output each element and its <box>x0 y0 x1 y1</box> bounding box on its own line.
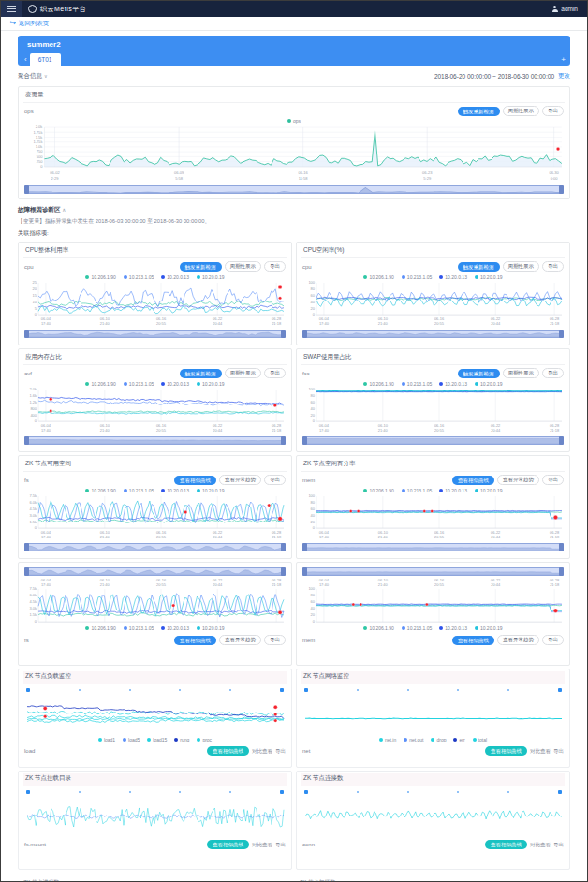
range-slider[interactable] <box>24 543 286 551</box>
periodic-button[interactable]: 周期性展示 <box>503 368 540 378</box>
export-link[interactable]: 导出 <box>553 842 564 848</box>
compare-link[interactable]: 对比查看 <box>252 748 272 755</box>
export-button[interactable]: 导出 <box>542 106 564 116</box>
similar-button[interactable]: 查看相似曲线 <box>207 840 249 849</box>
chart-canvas <box>301 694 565 735</box>
similar-button[interactable]: 查看相似曲线 <box>485 746 527 756</box>
compare-link[interactable]: 对比查看 <box>530 842 551 848</box>
similar-button[interactable]: 查看相似曲线 <box>174 476 216 485</box>
periodic-button[interactable]: 周期性展示 <box>225 261 262 272</box>
detect-button[interactable]: 触发重新检测 <box>458 369 500 378</box>
chart-legend: 10.206.1.9010.213.1.0510.20.0.1310.20.0.… <box>23 273 287 281</box>
chart-legend: 10.206.1.9010.213.1.0510.20.0.1310.20.0.… <box>301 487 565 494</box>
slider-handle-icon[interactable] <box>558 688 562 692</box>
export-button[interactable]: 导出 <box>542 261 564 272</box>
periodic-button[interactable]: 周期性展示 <box>225 368 262 378</box>
compare-link[interactable]: 对比查看 <box>252 842 272 848</box>
range-slider[interactable] <box>302 436 564 445</box>
tab-add-icon[interactable]: + <box>561 55 566 64</box>
export-link[interactable]: 导出 <box>553 748 564 755</box>
export-button[interactable]: 导出 <box>264 261 286 272</box>
mini-range-bar[interactable] <box>23 686 287 694</box>
slider-handle-icon[interactable] <box>280 790 284 794</box>
compare-link[interactable]: 对比查看 <box>530 748 551 755</box>
export-button[interactable]: 导出 <box>264 635 286 645</box>
date-range: 2018-06-20 00:00:00 ~ 2018-06-30 00:00:0… <box>434 73 554 80</box>
detect-button[interactable]: 触发重新检测 <box>180 262 222 272</box>
trend-button[interactable]: 查看异常趋势 <box>219 635 261 645</box>
chart-legend: 10.206.1.9010.213.1.0510.20.0.1310.20.0.… <box>301 625 565 632</box>
similar-button[interactable]: 查看相似曲线 <box>174 636 216 645</box>
chart-canvas <box>23 694 287 735</box>
svg-text:400: 400 <box>30 413 37 418</box>
detect-button[interactable]: 触发重新检测 <box>458 262 500 272</box>
slider-handle-icon[interactable] <box>558 790 562 794</box>
aggregate-info-label[interactable]: 聚合信息 <box>18 72 42 81</box>
range-slider[interactable] <box>302 567 564 576</box>
export-button[interactable]: 导出 <box>542 635 564 645</box>
similar-button[interactable]: 查看相似曲线 <box>485 840 527 849</box>
detect-button[interactable]: 触发重新检测 <box>180 369 222 378</box>
svg-text:800: 800 <box>30 406 37 411</box>
similar-button[interactable]: 查看相似曲线 <box>452 636 494 645</box>
svg-text:20: 20 <box>311 306 316 311</box>
metric-sub-label: cpu <box>302 264 312 270</box>
range-slider[interactable] <box>302 543 564 551</box>
periodic-button[interactable]: 周期性展示 <box>503 261 540 272</box>
mini-range-bar[interactable] <box>301 788 565 796</box>
svg-text:17:40: 17:40 <box>319 321 330 326</box>
metric-sub-label: fss <box>302 371 310 376</box>
metric-card-zk-space: ZK 节点可用空间 fs 查看相似曲线 查看异常趋势 导出 10.206.1.9… <box>18 455 292 559</box>
slider-handle-icon[interactable] <box>280 688 284 692</box>
export-link[interactable]: 导出 <box>275 748 286 755</box>
svg-text:7.5k: 7.5k <box>30 586 37 591</box>
tab-prev-icon[interactable]: ‹ <box>22 54 30 66</box>
metric-sub-label: load <box>24 748 35 754</box>
detect-button[interactable]: 触发重新检测 <box>458 107 500 116</box>
trend-button[interactable]: 查看异常趋势 <box>497 475 539 485</box>
range-slider[interactable] <box>302 330 564 338</box>
user-menu[interactable]: admin <box>551 6 587 12</box>
mini-range-bar[interactable] <box>301 686 565 694</box>
chevron-down-icon[interactable]: ∨ <box>44 73 48 79</box>
metric-card-mem: 应用内存占比 avf 触发重新检测 周期性展示 导出 10.206.1.9010… <box>18 348 292 452</box>
svg-text:0: 0 <box>40 164 43 169</box>
scatter-dots <box>308 689 558 691</box>
export-button[interactable]: 导出 <box>264 475 286 485</box>
card-title: CPU整体利用率 <box>23 245 287 258</box>
mini-range-bar[interactable] <box>23 788 287 796</box>
diagnosis-description: 【变更量】指标异常集中发生在 2018-06-03 00:00:00 至 201… <box>18 217 570 226</box>
metric-card-zk-net: ZK 节点网络监控 net.innet.outdroperrtotal net … <box>296 669 570 768</box>
periodic-button[interactable]: 周期性展示 <box>503 106 540 116</box>
svg-text:1.5k: 1.5k <box>30 520 37 524</box>
hamburger-menu-icon[interactable] <box>1 1 22 17</box>
metric-sub-label: fs <box>24 478 29 483</box>
export-button[interactable]: 导出 <box>542 368 564 378</box>
similar-button[interactable]: 查看相似曲线 <box>207 746 249 756</box>
task-name: summer2 <box>18 36 570 51</box>
range-slider[interactable] <box>24 330 286 338</box>
chart-canvas: 2.0k1.75k1.5k1.25k1.0k750500250006-022:2… <box>23 125 565 184</box>
scatter-dots <box>308 791 558 793</box>
svg-text:80: 80 <box>311 287 316 291</box>
export-button[interactable]: 导出 <box>264 368 286 378</box>
back-link[interactable]: 返回列表页 <box>19 20 50 28</box>
svg-text:20:44: 20:44 <box>491 535 501 539</box>
svg-text:10: 10 <box>33 300 37 304</box>
range-slider[interactable] <box>24 567 286 576</box>
range-slider[interactable] <box>24 436 286 445</box>
svg-text:0: 0 <box>313 419 316 424</box>
change-daterange-link[interactable]: 更改 <box>558 72 570 81</box>
export-link[interactable]: 导出 <box>275 842 286 848</box>
metric-card-zk-mount: ZK 节点挂载目录 fs.mount 查看相似曲线 对比查看 导出 <box>18 771 292 870</box>
svg-text:21:40: 21:40 <box>378 321 389 326</box>
svg-text:6.0k: 6.0k <box>30 593 37 597</box>
export-button[interactable]: 导出 <box>542 475 564 485</box>
tab-metric-set[interactable]: 6T01 <box>30 53 61 66</box>
app-logo-icon <box>28 5 37 13</box>
similar-button[interactable]: 查看相似曲线 <box>452 476 494 485</box>
trend-button[interactable]: 查看异常趋势 <box>497 635 539 645</box>
diagnosis-title[interactable]: 故障根因诊断区 ∧ <box>18 206 570 214</box>
range-slider[interactable] <box>24 185 564 194</box>
trend-button[interactable]: 查看异常趋势 <box>219 475 261 485</box>
